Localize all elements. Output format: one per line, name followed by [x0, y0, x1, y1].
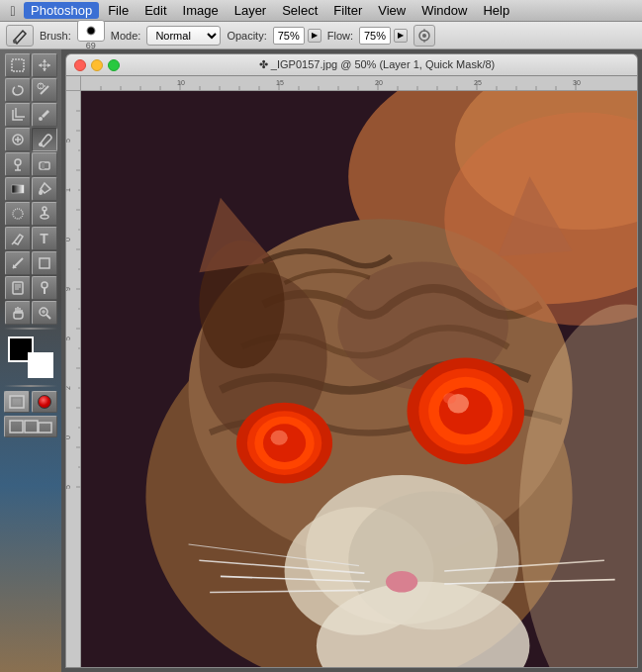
svg-rect-5 [12, 59, 24, 71]
path-selection-tool[interactable] [5, 251, 31, 275]
mode-label: Mode: [111, 30, 141, 42]
svg-point-33 [42, 282, 47, 288]
magic-wand-tool[interactable] [32, 78, 57, 102]
svg-rect-43 [39, 423, 51, 432]
side-ruler: 5 1 0 9 5 2 0 5 [66, 91, 81, 667]
svg-text:0: 0 [66, 238, 71, 241]
paint-bucket-tool[interactable] [32, 177, 57, 201]
svg-line-36 [46, 315, 50, 319]
brush-size-control[interactable]: 69 [77, 20, 105, 50]
svg-text:10: 10 [177, 79, 185, 86]
window-title: ✤ _IGP0157.jpg @ 50% (Layer 1, Quick Mas… [125, 58, 629, 71]
quick-mask-mode-button[interactable] [32, 391, 57, 413]
svg-text:15: 15 [276, 79, 284, 86]
tool-row-4 [5, 128, 57, 151]
tool-separator-2 [4, 385, 57, 387]
menu-edit[interactable]: Edit [138, 2, 173, 19]
menu-help[interactable]: Help [476, 2, 516, 19]
shape-tool[interactable] [32, 251, 57, 275]
dodge-tool[interactable] [32, 202, 57, 226]
svg-text:25: 25 [474, 79, 482, 86]
flow-slider-arrow[interactable]: ▶ [394, 29, 408, 43]
ruler-canvas-wrap: 5 1 0 9 5 2 0 5 [65, 75, 638, 668]
move-tool[interactable] [32, 53, 57, 77]
standard-mode-button[interactable] [4, 391, 30, 413]
mode-buttons-area: Edit in Quick Mask Mode (Q) [4, 390, 57, 414]
options-bar: Brush: 69 Mode: Normal Dissolve Multiply… [0, 22, 642, 49]
blend-mode-select[interactable]: Normal Dissolve Multiply Screen Overlay [146, 26, 221, 46]
gradient-tool[interactable] [5, 177, 31, 201]
window-maximize-button[interactable] [108, 59, 120, 71]
clone-stamp-tool[interactable] [5, 152, 31, 176]
svg-point-127 [386, 571, 417, 593]
menu-bar:  Photoshop File Edit Image Layer Select… [0, 0, 642, 22]
menu-filter[interactable]: Filter [326, 2, 369, 19]
screen-mode-button[interactable] [4, 416, 57, 437]
svg-text:5: 5 [66, 485, 71, 489]
menu-photoshop[interactable]: Photoshop [24, 2, 99, 19]
brush-tool[interactable] [32, 128, 57, 151]
svg-text:1: 1 [66, 188, 71, 192]
airbrush-toggle[interactable] [413, 25, 435, 47]
tool-row-6 [5, 177, 57, 201]
marquee-tool[interactable] [5, 53, 31, 77]
menu-file[interactable]: File [101, 2, 136, 19]
lasso-tool[interactable] [5, 78, 31, 102]
svg-point-14 [39, 117, 43, 121]
svg-point-0 [13, 40, 17, 44]
svg-rect-40 [12, 398, 22, 406]
eyedropper2-tool[interactable] [32, 276, 57, 300]
opacity-input[interactable] [273, 27, 305, 45]
svg-point-120 [271, 431, 288, 445]
svg-point-19 [15, 159, 21, 165]
svg-point-126 [443, 393, 456, 404]
color-swatch-area [4, 336, 57, 378]
opacity-slider-arrow[interactable]: ▶ [308, 29, 321, 43]
healing-brush-tool[interactable] [5, 128, 31, 151]
svg-rect-29 [13, 282, 23, 294]
blur-tool[interactable] [5, 202, 31, 226]
main-area: T [0, 49, 642, 672]
opacity-control: ▶ [273, 27, 321, 45]
flow-input[interactable] [359, 27, 391, 45]
text-tool[interactable]: T [32, 227, 57, 250]
crop-tool[interactable] [5, 103, 31, 127]
pen-tool[interactable] [5, 227, 31, 250]
hand-tool[interactable] [5, 301, 31, 325]
eraser-tool[interactable] [32, 152, 57, 176]
window-close-button[interactable] [74, 59, 86, 71]
notes-tool[interactable] [5, 276, 31, 300]
brush-tool-icon[interactable] [6, 25, 34, 47]
svg-point-18 [39, 143, 43, 146]
menu-image[interactable]: Image [176, 2, 226, 19]
brush-preview[interactable] [77, 20, 105, 42]
svg-point-2 [422, 34, 426, 38]
menu-layer[interactable]: Layer [228, 2, 274, 19]
canvas-main: 10 15 20 25 30 [81, 76, 637, 667]
svg-rect-41 [10, 421, 23, 432]
svg-rect-28 [40, 258, 49, 268]
top-ruler: 10 15 20 25 30 [81, 76, 637, 91]
menu-view[interactable]: View [371, 2, 413, 19]
tool-row-3 [5, 103, 57, 127]
quick-mask-icon [38, 395, 51, 409]
menu-select[interactable]: Select [275, 2, 324, 19]
svg-text:2: 2 [66, 386, 71, 390]
tool-row-7 [5, 202, 57, 226]
tool-row-1 [5, 53, 57, 77]
svg-text:9: 9 [66, 287, 71, 291]
eyedropper-tool[interactable] [32, 103, 57, 127]
svg-line-9 [41, 86, 48, 94]
window-minimize-button[interactable] [91, 59, 103, 71]
opacity-label: Opacity: [227, 30, 266, 42]
menu-window[interactable]: Window [414, 2, 474, 19]
svg-text:20: 20 [375, 79, 383, 86]
zoom-tool[interactable] [32, 301, 57, 325]
image-viewport[interactable] [81, 91, 637, 667]
svg-text:5: 5 [66, 139, 71, 143]
cat-image [81, 91, 637, 667]
background-color[interactable] [28, 352, 53, 378]
flow-label: Flow: [327, 30, 353, 42]
apple-menu[interactable]:  [4, 0, 22, 22]
svg-rect-22 [12, 185, 24, 193]
